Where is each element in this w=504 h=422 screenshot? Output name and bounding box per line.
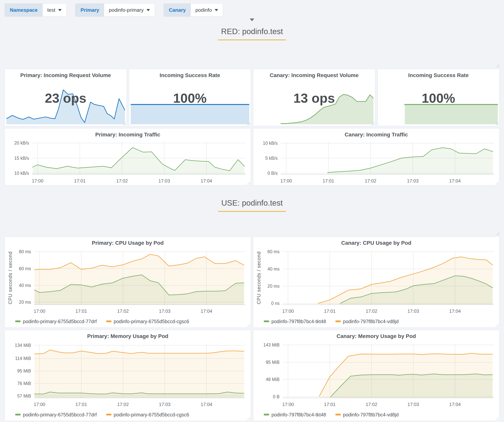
- panel-resize-handle[interactable]: [496, 417, 498, 420]
- panel-title[interactable]: Primary: Incoming Traffic: [5, 132, 251, 138]
- panel-primary-incoming-traffic: Primary: Incoming Traffic 17:0017:0117:0…: [5, 128, 251, 185]
- variable-namespace-value-dropdown[interactable]: test: [43, 4, 66, 16]
- panel-title[interactable]: Primary: Incoming Request Volume: [5, 72, 126, 79]
- svg-text:20 ms: 20 ms: [19, 300, 31, 305]
- canary-memory-usage-chart[interactable]: 17:0017:0117:0217:0317:040 B48 MiB95 MiB…: [253, 330, 499, 421]
- row-underline: [218, 39, 286, 40]
- panel-title[interactable]: Incoming Success Rate: [129, 72, 251, 79]
- svg-text:17:03: 17:03: [159, 308, 171, 314]
- variable-canary: Canary podinfo: [164, 3, 223, 17]
- svg-text:17:01: 17:01: [75, 308, 87, 314]
- svg-text:76 MiB: 76 MiB: [17, 381, 31, 386]
- legend-item[interactable]: podinfo-primary-6755d5bccd-cgsc6: [106, 412, 189, 418]
- variable-primary-value: podinfo-primary: [109, 7, 144, 13]
- panel-title[interactable]: Primary: Memory Usage by Pod: [5, 333, 251, 339]
- svg-text:17:04: 17:04: [449, 308, 461, 314]
- section-resize-handle[interactable]: [496, 232, 499, 235]
- legend: podinfo-797f8b7bc4-tkt48 podinfo-797f8b7…: [264, 412, 399, 418]
- legend-label: podinfo-primary-6755d5bccd-77drf: [23, 319, 97, 324]
- stat-value: 100%: [378, 91, 499, 106]
- primary-cpu-usage-chart[interactable]: 17:0017:0117:0217:0317:0420 ms40 ms60 ms…: [5, 237, 251, 327]
- svg-text:17:01: 17:01: [323, 178, 334, 183]
- panel-title[interactable]: Canary: Memory Usage by Pod: [253, 333, 499, 339]
- chevron-down-icon: [146, 9, 150, 11]
- legend-item[interactable]: podinfo-primary-6755d5bccd-cgsc6: [106, 319, 189, 324]
- row-title-use[interactable]: USE: podinfo.test: [0, 198, 504, 208]
- panel-primary-success-rate: Incoming Success Rate 100%: [129, 69, 251, 126]
- svg-text:40 ms: 40 ms: [267, 267, 280, 271]
- svg-text:17:01: 17:01: [75, 402, 87, 407]
- legend-item[interactable]: podinfo-primary-6755d5bccd-77drf: [15, 319, 97, 324]
- legend-label: podinfo-primary-6755d5bccd-cgsc6: [114, 319, 189, 324]
- svg-text:17:02: 17:02: [366, 308, 377, 314]
- variable-namespace-value: test: [47, 7, 55, 13]
- svg-text:5 kB/s: 5 kB/s: [265, 156, 278, 161]
- variable-primary-value-dropdown[interactable]: podinfo-primary: [104, 4, 155, 16]
- panel-resize-handle[interactable]: [123, 122, 126, 125]
- svg-text:114 MiB: 114 MiB: [15, 356, 31, 361]
- legend-swatch-green: [264, 320, 269, 322]
- row-collapse-caret-icon[interactable]: [250, 18, 254, 21]
- stat-value: 13 ops: [253, 91, 375, 106]
- stat-value: 23 ops: [5, 91, 126, 106]
- svg-text:10 kB/s: 10 kB/s: [263, 141, 278, 146]
- row-underline: [218, 211, 286, 212]
- legend-label: podinfo-797f8b7bc4-vd8jd: [343, 412, 399, 417]
- svg-text:17:03: 17:03: [408, 402, 419, 407]
- svg-text:17:02: 17:02: [116, 178, 128, 183]
- svg-text:134 MiB: 134 MiB: [15, 343, 31, 348]
- stat-panels-row: Primary: Incoming Request Volume 23 ops …: [5, 69, 499, 126]
- panel-canary-memory-usage: Canary: Memory Usage by Pod 17:0017:0117…: [253, 330, 499, 421]
- svg-text:15 kB/s: 15 kB/s: [14, 156, 29, 161]
- svg-text:17:03: 17:03: [407, 178, 419, 183]
- panel-resize-handle[interactable]: [496, 122, 498, 125]
- svg-text:57 MiB: 57 MiB: [17, 393, 31, 398]
- legend-label: podinfo-primary-6755d5bccd-cgsc6: [114, 412, 189, 417]
- memory-panels-row: Primary: Memory Usage by Pod 17:0017:011…: [5, 330, 499, 421]
- panel-title[interactable]: Canary: Incoming Request Volume: [253, 72, 375, 79]
- legend-item[interactable]: podinfo-797f8b7bc4-vd8jd: [335, 319, 399, 324]
- primary-memory-usage-chart[interactable]: 17:0017:0117:0217:0317:0457 MiB76 MiB95 …: [5, 330, 251, 421]
- section-resize-handle[interactable]: [496, 64, 499, 67]
- svg-text:17:00: 17:00: [282, 402, 294, 407]
- variable-canary-value-dropdown[interactable]: podinfo: [191, 4, 223, 16]
- svg-text:60 ms: 60 ms: [267, 249, 280, 254]
- panel-title[interactable]: Canary: CPU Usage by Pod: [253, 240, 499, 246]
- legend: podinfo-797f8b7bc4-tkt48 podinfo-797f8b7…: [264, 319, 399, 324]
- legend-item[interactable]: podinfo-797f8b7bc4-tkt48: [264, 412, 326, 418]
- legend-swatch-orange: [335, 320, 341, 322]
- svg-text:95 MiB: 95 MiB: [17, 368, 31, 373]
- panel-resize-handle[interactable]: [247, 324, 250, 326]
- legend-swatch-green: [264, 414, 269, 416]
- panel-resize-handle[interactable]: [247, 182, 250, 184]
- panel-resize-handle[interactable]: [496, 182, 498, 184]
- panel-resize-handle[interactable]: [496, 324, 498, 326]
- svg-text:17:00: 17:00: [280, 178, 292, 183]
- svg-text:17:03: 17:03: [158, 178, 170, 183]
- panel-resize-handle[interactable]: [247, 122, 250, 125]
- legend-item[interactable]: podinfo-primary-6755d5bccd-77drf: [15, 412, 97, 418]
- svg-text:17:02: 17:02: [365, 178, 376, 183]
- panel-canary-request-volume: Canary: Incoming Request Volume 13 ops: [253, 69, 375, 126]
- variable-canary-value: podinfo: [195, 7, 212, 13]
- panel-resize-handle[interactable]: [247, 417, 250, 420]
- panel-title[interactable]: Incoming Success Rate: [378, 72, 499, 79]
- variable-namespace-label: Namespace: [5, 4, 43, 16]
- template-variables-toolbar: Namespace test Primary podinfo-primary C…: [5, 3, 223, 17]
- panel-title[interactable]: Primary: CPU Usage by Pod: [5, 240, 251, 246]
- svg-text:80 ms: 80 ms: [19, 249, 31, 254]
- legend-item[interactable]: podinfo-797f8b7bc4-tkt48: [264, 319, 326, 324]
- panel-title[interactable]: Canary: Incoming Traffic: [253, 132, 499, 138]
- svg-text:0 B/s: 0 B/s: [268, 171, 278, 176]
- svg-text:10 kB/s: 10 kB/s: [14, 171, 29, 176]
- canary-cpu-usage-chart[interactable]: 17:0017:0117:0217:0317:040 ns20 ms40 ms6…: [253, 237, 499, 327]
- svg-text:17:04: 17:04: [201, 402, 212, 407]
- svg-text:17:03: 17:03: [159, 402, 171, 407]
- svg-text:17:03: 17:03: [408, 308, 419, 314]
- row-title-red[interactable]: RED: podinfo.test: [0, 27, 504, 36]
- panel-resize-handle[interactable]: [371, 122, 374, 125]
- svg-text:17:01: 17:01: [324, 402, 336, 407]
- legend-swatch-orange: [106, 414, 111, 416]
- legend: podinfo-primary-6755d5bccd-77drf podinfo…: [15, 319, 189, 324]
- legend-item[interactable]: podinfo-797f8b7bc4-vd8jd: [335, 412, 399, 418]
